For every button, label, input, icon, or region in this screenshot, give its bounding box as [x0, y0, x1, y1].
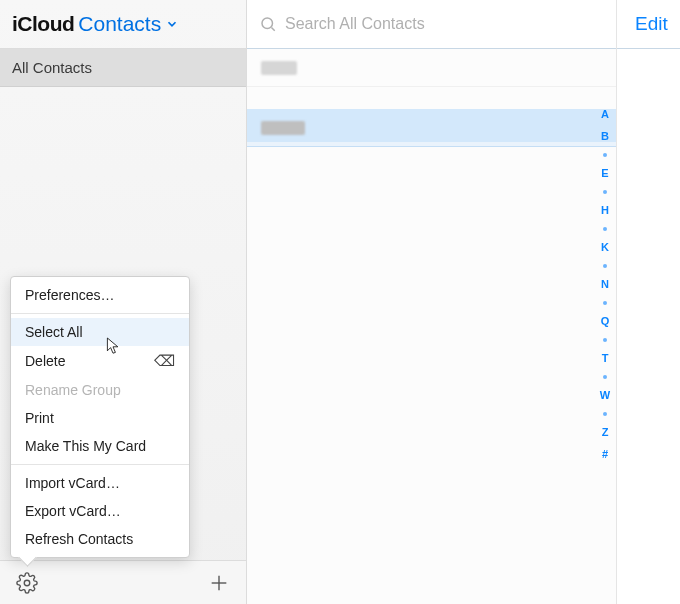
plus-icon: [208, 572, 230, 594]
list-item[interactable]: [247, 49, 616, 87]
menu-item-label: Refresh Contacts: [25, 531, 133, 547]
svg-point-3: [262, 18, 273, 29]
alpha-index-dot: [603, 190, 607, 194]
alpha-index-dot: [603, 338, 607, 342]
redacted-contact-name: [261, 61, 297, 75]
list-item[interactable]: [247, 109, 616, 147]
alpha-index-letter[interactable]: W: [600, 390, 610, 401]
menu-item-label: Make This My Card: [25, 438, 146, 454]
sidebar: iCloud Contacts All Contacts Prefer: [0, 0, 247, 604]
contact-list-column: ABEHKNQTWZ#: [247, 0, 617, 604]
menu-item-label: Import vCard…: [25, 475, 120, 491]
app-title-dropdown[interactable]: iCloud Contacts: [0, 0, 246, 49]
search-input[interactable]: [285, 15, 604, 33]
search-bar: [247, 0, 616, 49]
alpha-index-letter[interactable]: A: [601, 109, 609, 120]
alpha-index-letter[interactable]: Q: [601, 316, 610, 327]
detail-header: Edit: [617, 0, 680, 49]
alpha-index-letter[interactable]: #: [602, 449, 608, 460]
alpha-index-letter[interactable]: T: [602, 353, 609, 364]
menu-item-export-vcard[interactable]: Export vCard…: [11, 497, 189, 525]
settings-gear-button[interactable]: [14, 570, 40, 596]
sidebar-item-label: All Contacts: [12, 59, 92, 76]
menu-item-refresh-contacts[interactable]: Refresh Contacts: [11, 525, 189, 553]
add-contact-button[interactable]: [206, 570, 232, 596]
alpha-index-letter[interactable]: N: [601, 279, 609, 290]
alpha-index: ABEHKNQTWZ#: [596, 107, 614, 596]
sidebar-item-all-contacts[interactable]: All Contacts: [0, 49, 246, 87]
alpha-index-dot: [603, 227, 607, 231]
menu-item-label: Delete: [25, 353, 65, 369]
alpha-index-letter[interactable]: B: [601, 131, 609, 142]
alpha-index-letter[interactable]: E: [601, 168, 608, 179]
contact-scroll-area[interactable]: ABEHKNQTWZ#: [247, 49, 616, 604]
redacted-contact-name: [261, 121, 305, 135]
menu-item-import-vcard[interactable]: Import vCard…: [11, 469, 189, 497]
menu-item-print[interactable]: Print: [11, 404, 189, 432]
menu-item-label: Select All: [25, 324, 83, 340]
svg-point-0: [24, 580, 30, 586]
alpha-index-letter[interactable]: K: [601, 242, 609, 253]
svg-line-4: [271, 27, 274, 30]
menu-item-delete[interactable]: Delete⌫: [11, 346, 189, 376]
alpha-index-dot: [603, 264, 607, 268]
app-root: iCloud Contacts All Contacts Prefer: [0, 0, 680, 604]
menu-separator: [11, 464, 189, 465]
search-icon: [259, 15, 277, 33]
menu-item-label: Print: [25, 410, 54, 426]
detail-column: Edit: [617, 0, 680, 604]
brand-contacts-text: Contacts: [78, 12, 179, 36]
brand-icloud-text: iCloud: [12, 12, 74, 36]
menu-item-select-all[interactable]: Select All: [11, 318, 189, 346]
menu-item-label: Rename Group: [25, 382, 121, 398]
alpha-index-dot: [603, 301, 607, 305]
menu-item-label: Preferences…: [25, 287, 114, 303]
sidebar-footer: [0, 560, 246, 604]
alpha-index-dot: [603, 153, 607, 157]
menu-separator: [11, 313, 189, 314]
gear-icon: [16, 572, 38, 594]
backspace-icon: ⌫: [154, 352, 175, 370]
menu-item-rename-group: Rename Group: [11, 376, 189, 404]
settings-context-menu: Preferences…Select AllDelete⌫Rename Grou…: [10, 276, 190, 558]
alpha-index-dot: [603, 412, 607, 416]
alpha-index-letter[interactable]: Z: [602, 427, 609, 438]
brand-contacts-label: Contacts: [78, 12, 161, 36]
edit-button[interactable]: Edit: [635, 13, 668, 35]
menu-item-label: Export vCard…: [25, 503, 121, 519]
menu-item-make-this-my-card[interactable]: Make This My Card: [11, 432, 189, 460]
alpha-index-letter[interactable]: H: [601, 205, 609, 216]
alpha-index-dot: [603, 375, 607, 379]
menu-item-preferences[interactable]: Preferences…: [11, 281, 189, 309]
chevron-down-icon: [165, 17, 179, 31]
